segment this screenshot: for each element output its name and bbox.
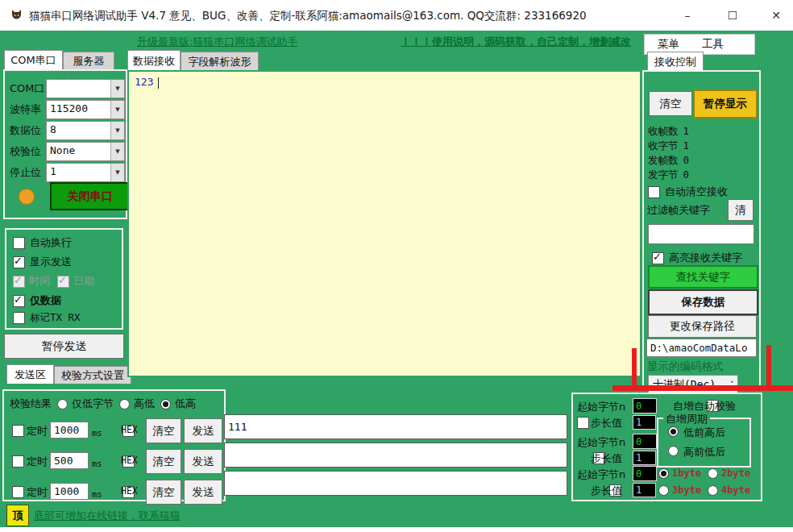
autowrap-row[interactable]: 自动换行 xyxy=(13,235,72,250)
high-low-label: 高低 xyxy=(134,397,155,411)
com-port-select[interactable]: ▼ xyxy=(46,79,125,98)
send-text-input-1[interactable] xyxy=(224,414,567,439)
tab-com-port[interactable]: COM串口 xyxy=(4,50,63,70)
timer-checkbox[interactable] xyxy=(12,425,24,437)
pause-send-button[interactable]: 暂停发送 xyxy=(4,334,124,359)
tab-field-parse-wave[interactable]: 字段解析波形 xyxy=(181,52,259,71)
rx-frames-row: 收帧数 1 xyxy=(648,125,689,139)
data-bits-select[interactable]: 8 ▼ xyxy=(46,121,125,140)
hex-label: HEX xyxy=(121,485,138,497)
timer-checkbox[interactable] xyxy=(12,455,24,468)
filter-keyword-label: 过滤帧关键字 xyxy=(647,203,710,218)
com-port-value xyxy=(47,80,110,98)
send-row: 定时 ms HEX 清空 发送 xyxy=(4,418,224,443)
save-path-field[interactable]: D:\amaoComDataLo xyxy=(646,339,757,357)
time-checkbox[interactable] xyxy=(13,276,25,288)
timer-label: 定时 xyxy=(27,455,48,469)
radio-2byte[interactable] xyxy=(708,468,718,479)
baud-rate-select[interactable]: 115200 ▼ xyxy=(46,100,125,119)
tx-frames-label: 发帧数 xyxy=(648,154,679,168)
date-checkbox[interactable] xyxy=(57,276,69,288)
parity-select[interactable]: None ▼ xyxy=(46,142,125,161)
footer-link[interactable]: 底部可增加在线链接，联系猫猫 xyxy=(34,509,181,523)
change-save-path-button[interactable]: 更改保存路径 xyxy=(648,315,757,338)
send-text-input-3[interactable] xyxy=(224,471,567,496)
show-send-row[interactable]: 显示发送 xyxy=(13,255,72,269)
stop-bits-select[interactable]: 1 ▼ xyxy=(46,163,125,182)
show-send-checkbox[interactable] xyxy=(13,256,25,268)
tx-bytes-value: 0 xyxy=(683,168,690,182)
filter-clear-button[interactable]: 清 xyxy=(728,199,754,221)
timer-interval-input[interactable] xyxy=(50,483,89,500)
receive-text-area[interactable]: 123 xyxy=(127,70,641,377)
start-byte-value[interactable]: 0 xyxy=(633,398,657,414)
tools-item[interactable]: 工具 xyxy=(702,37,724,52)
step-value[interactable]: 1 xyxy=(633,415,656,430)
step-label: 步长值 xyxy=(591,484,622,498)
send-button[interactable]: 发送 xyxy=(184,480,222,505)
highlight-checkbox[interactable] xyxy=(652,252,664,264)
highlight-row[interactable]: 高亮接收关键字 xyxy=(652,251,742,265)
radio-3byte[interactable] xyxy=(658,485,669,496)
minimize-button[interactable]: – xyxy=(674,3,701,27)
chevron-down-icon[interactable]: ▼ xyxy=(110,101,124,118)
step-value[interactable]: 1 xyxy=(633,451,656,465)
send-button[interactable]: 发送 xyxy=(184,449,222,474)
start-byte-value[interactable]: 0 xyxy=(633,466,657,481)
scroll-top-button[interactable]: 顶 xyxy=(6,505,29,526)
save-data-button[interactable]: 保存数据 xyxy=(648,289,758,315)
time-date-row: 时间 日期 xyxy=(13,274,94,289)
data-only-row[interactable]: 仅数据 xyxy=(13,293,61,308)
timer-interval-input[interactable] xyxy=(50,422,89,438)
chevron-down-icon[interactable]: ▼ xyxy=(110,122,124,139)
auto-clear-row[interactable]: 自动清空接收 xyxy=(648,185,728,199)
radio-high-first[interactable] xyxy=(668,446,679,456)
step-checkbox[interactable] xyxy=(577,417,589,429)
maximize-button[interactable]: ☐ xyxy=(719,3,746,27)
clear-receive-button[interactable]: 清空 xyxy=(649,91,692,116)
chevron-down-icon[interactable]: ▼ xyxy=(110,164,124,181)
send-button[interactable]: 发送 xyxy=(184,418,222,443)
filter-keyword-input[interactable] xyxy=(648,224,754,244)
tab-receive-control[interactable]: 接收控制 xyxy=(647,52,704,71)
start-byte-label: 起始字节n xyxy=(577,468,625,482)
help-link[interactable]: ！！！使用说明，源码获取，自己定制，增删减改 xyxy=(401,35,631,49)
close-button[interactable]: ✕ xyxy=(762,3,790,27)
tab-checksum-settings[interactable]: 校验方式设置 xyxy=(54,366,131,384)
data-only-checkbox[interactable] xyxy=(13,295,25,307)
pause-display-button[interactable]: 暂停显示 xyxy=(693,89,758,118)
encoding-select[interactable]: 十进制(Dec) ˅ xyxy=(648,375,738,394)
mark-txrx-row[interactable]: 标记TX RX xyxy=(13,311,81,325)
timer-interval-input[interactable] xyxy=(50,452,89,469)
start-byte-value[interactable]: 0 xyxy=(633,434,657,449)
send-row: 定时 ms HEX 清空 发送 xyxy=(4,479,224,505)
chevron-down-icon[interactable]: ▼ xyxy=(110,80,124,98)
radio-1byte[interactable] xyxy=(658,468,669,479)
find-keyword-button[interactable]: 查找关键字 xyxy=(648,265,758,289)
chevron-down-icon[interactable]: ▼ xyxy=(110,143,124,160)
tab-server[interactable]: 服务器 xyxy=(63,52,114,70)
step-value[interactable]: 1 xyxy=(633,483,656,497)
radio-low-high[interactable] xyxy=(160,399,171,409)
auto-clear-checkbox[interactable] xyxy=(648,186,660,198)
mark-txrx-checkbox[interactable] xyxy=(13,312,25,324)
tab-send-area[interactable]: 发送区 xyxy=(6,364,54,384)
rx-frames-value: 1 xyxy=(683,125,690,139)
autowrap-checkbox[interactable] xyxy=(13,237,25,249)
clear-send-button[interactable]: 清空 xyxy=(146,480,181,505)
close-port-button[interactable]: 关闭串口 xyxy=(50,182,130,210)
tab-data-receive[interactable]: 数据接收 xyxy=(127,50,181,71)
ms-label: ms xyxy=(92,489,102,499)
timer-checkbox[interactable] xyxy=(12,486,24,498)
radio-low-byte-only[interactable] xyxy=(57,399,68,409)
high-first-label: 高前低后 xyxy=(683,445,725,459)
display-options-group: 自动换行 显示发送 时间 日期 仅数据 标记TX RX xyxy=(5,228,123,330)
menu-item[interactable]: 菜单 xyxy=(658,37,679,52)
radio-high-low[interactable] xyxy=(119,399,130,409)
upgrade-link[interactable]: 升级最新版:猫猫串口网络调试助手 xyxy=(137,35,297,49)
send-text-input-2[interactable] xyxy=(224,443,567,468)
clear-send-button[interactable]: 清空 xyxy=(146,449,181,474)
clear-send-button[interactable]: 清空 xyxy=(146,418,181,443)
radio-4byte[interactable] xyxy=(708,485,718,496)
radio-low-first[interactable] xyxy=(668,426,679,437)
